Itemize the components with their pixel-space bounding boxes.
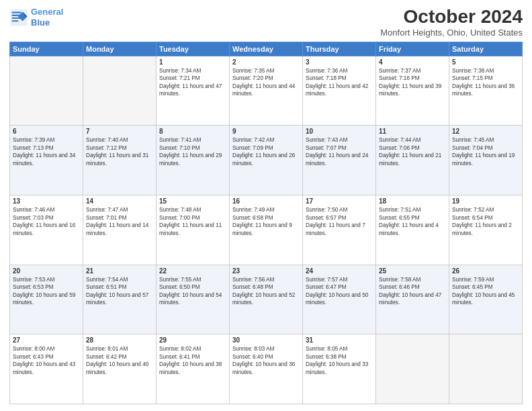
day-number: 2 [232,58,300,66]
calendar: SundayMondayTuesdayWednesdayThursdayFrid… [9,42,523,404]
calendar-day-cell: 10Sunrise: 7:43 AMSunset: 7:07 PMDayligh… [303,126,376,195]
day-info: Sunrise: 7:48 AMSunset: 7:00 PMDaylight:… [159,206,226,237]
svg-rect-4 [12,14,21,15]
sunset-text: Sunset: 7:13 PM [13,144,80,152]
day-info: Sunrise: 7:36 AMSunset: 7:18 PMDaylight:… [306,67,373,98]
day-of-week-header: Friday [376,42,449,56]
day-info: Sunrise: 8:00 AMSunset: 6:43 PMDaylight:… [13,345,80,376]
sunrise-text: Sunrise: 7:45 AM [452,136,519,144]
calendar-day-cell: 17Sunrise: 7:50 AMSunset: 6:57 PMDayligh… [303,195,376,265]
calendar-day-cell: 27Sunrise: 8:00 AMSunset: 6:43 PMDayligh… [10,334,83,404]
day-number: 6 [13,128,80,135]
sunrise-text: Sunrise: 7:55 AM [159,276,226,283]
day-number: 30 [232,336,300,344]
sunrise-text: Sunrise: 7:47 AM [86,206,153,214]
sunrise-text: Sunrise: 8:00 AM [13,345,80,353]
sunset-text: Sunset: 6:42 PM [86,353,153,361]
day-of-week-header: Wednesday [230,42,303,56]
sunrise-text: Sunrise: 7:46 AM [13,206,80,214]
day-number: 23 [232,267,300,275]
calendar-day-cell: 9Sunrise: 7:42 AMSunset: 7:09 PMDaylight… [230,126,303,195]
sunrise-text: Sunrise: 7:43 AM [306,136,373,144]
day-number: 13 [13,197,80,205]
calendar-day-cell [449,334,523,404]
daylight-text: Daylight: 10 hours and 33 minutes. [306,361,373,376]
daylight-text: Daylight: 10 hours and 59 minutes. [13,291,80,307]
daylight-text: Daylight: 11 hours and 36 minutes. [452,83,519,98]
calendar-day-cell: 25Sunrise: 7:58 AMSunset: 6:46 PMDayligh… [376,265,449,334]
day-number: 17 [306,197,373,205]
day-info: Sunrise: 7:39 AMSunset: 7:13 PMDaylight:… [13,136,80,167]
sunset-text: Sunset: 7:07 PM [306,144,373,152]
day-info: Sunrise: 7:43 AMSunset: 7:07 PMDaylight:… [306,136,373,167]
daylight-text: Daylight: 11 hours and 4 minutes. [379,222,446,237]
sunrise-text: Sunrise: 7:34 AM [159,67,226,75]
sunset-text: Sunset: 6:57 PM [306,214,373,222]
day-info: Sunrise: 7:35 AMSunset: 7:20 PMDaylight:… [232,67,300,98]
calendar-day-cell: 23Sunrise: 7:56 AMSunset: 6:48 PMDayligh… [230,265,303,334]
header: General Blue October 2024 Monfort Height… [9,7,523,38]
day-info: Sunrise: 7:56 AMSunset: 6:48 PMDaylight:… [232,276,300,307]
day-info: Sunrise: 7:46 AMSunset: 7:03 PMDaylight:… [13,206,80,237]
svg-rect-6 [12,20,19,21]
sunset-text: Sunset: 7:04 PM [452,144,519,152]
day-number: 5 [452,58,519,66]
sunset-text: Sunset: 6:38 PM [306,353,373,361]
calendar-day-cell: 18Sunrise: 7:51 AMSunset: 6:55 PMDayligh… [376,195,449,265]
day-number: 26 [452,267,519,275]
daylight-text: Daylight: 11 hours and 16 minutes. [13,222,80,237]
day-info: Sunrise: 8:05 AMSunset: 6:38 PMDaylight:… [306,345,373,376]
sunrise-text: Sunrise: 7:51 AM [379,206,446,214]
main-title: October 2024 [380,7,523,28]
day-info: Sunrise: 7:59 AMSunset: 6:45 PMDaylight:… [452,276,519,307]
sunset-text: Sunset: 6:51 PM [86,283,153,291]
day-number: 29 [159,336,226,344]
sunset-text: Sunset: 6:41 PM [159,353,226,361]
daylight-text: Daylight: 11 hours and 44 minutes. [232,83,300,98]
calendar-day-cell: 15Sunrise: 7:48 AMSunset: 7:00 PMDayligh… [157,195,230,265]
calendar-day-cell: 21Sunrise: 7:54 AMSunset: 6:51 PMDayligh… [83,265,157,334]
day-number: 11 [379,128,446,135]
calendar-day-cell: 28Sunrise: 8:01 AMSunset: 6:42 PMDayligh… [83,334,157,404]
sunset-text: Sunset: 7:10 PM [159,144,226,152]
day-number: 24 [306,267,373,275]
day-number: 28 [86,336,153,344]
logo-icon [9,8,28,27]
calendar-day-cell: 14Sunrise: 7:47 AMSunset: 7:01 PMDayligh… [83,195,157,265]
calendar-day-cell [10,56,83,126]
calendar-day-cell [83,56,157,126]
daylight-text: Daylight: 11 hours and 26 minutes. [232,152,300,167]
day-number: 27 [13,336,80,344]
sunrise-text: Sunrise: 7:37 AM [379,67,446,75]
day-number: 16 [232,197,300,205]
day-info: Sunrise: 7:38 AMSunset: 7:15 PMDaylight:… [452,67,519,98]
calendar-day-cell: 31Sunrise: 8:05 AMSunset: 6:38 PMDayligh… [303,334,376,404]
sunset-text: Sunset: 6:43 PM [13,353,80,361]
calendar-day-cell: 19Sunrise: 7:52 AMSunset: 6:54 PMDayligh… [449,195,523,265]
logo: General Blue [9,7,63,28]
sunrise-text: Sunrise: 7:40 AM [86,136,153,144]
svg-rect-3 [12,11,21,13]
sunrise-text: Sunrise: 7:42 AM [232,136,300,144]
calendar-day-cell: 5Sunrise: 7:38 AMSunset: 7:15 PMDaylight… [449,56,523,126]
daylight-text: Daylight: 11 hours and 7 minutes. [306,222,373,237]
sunrise-text: Sunrise: 7:35 AM [232,67,300,75]
sunset-text: Sunset: 6:54 PM [452,214,519,222]
sunrise-text: Sunrise: 7:53 AM [13,276,80,283]
day-number: 15 [159,197,226,205]
calendar-day-cell: 16Sunrise: 7:49 AMSunset: 6:58 PMDayligh… [230,195,303,265]
sunset-text: Sunset: 6:50 PM [159,283,226,291]
sunset-text: Sunset: 7:15 PM [452,75,519,82]
day-of-week-header: Thursday [303,42,376,56]
day-number: 1 [159,58,226,66]
daylight-text: Daylight: 11 hours and 21 minutes. [379,152,446,167]
day-info: Sunrise: 7:52 AMSunset: 6:54 PMDaylight:… [452,206,519,237]
sunset-text: Sunset: 6:58 PM [232,214,300,222]
calendar-day-cell: 13Sunrise: 7:46 AMSunset: 7:03 PMDayligh… [10,195,83,265]
sunrise-text: Sunrise: 7:50 AM [306,206,373,214]
svg-rect-5 [12,17,21,19]
sunrise-text: Sunrise: 7:39 AM [13,136,80,144]
calendar-day-cell: 29Sunrise: 8:02 AMSunset: 6:41 PMDayligh… [157,334,230,404]
sunset-text: Sunset: 7:18 PM [306,75,373,82]
daylight-text: Daylight: 10 hours and 43 minutes. [13,361,80,376]
